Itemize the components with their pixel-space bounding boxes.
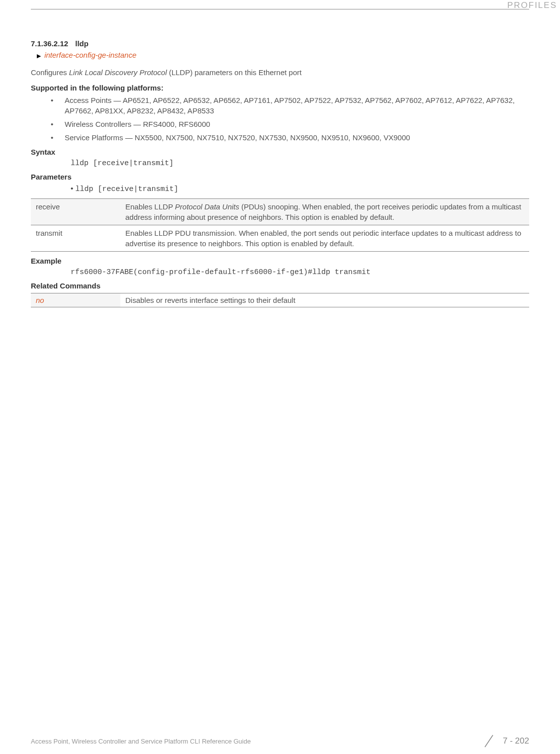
supported-heading: Supported in the following platforms: — [31, 84, 529, 92]
param-desc-suffix: Enables LLDP PDU transmission. When enab… — [125, 229, 521, 248]
supported-item: Wireless Controllers — RFS4000, RFS6000 — [51, 119, 529, 129]
param-key: transmit — [31, 225, 120, 252]
parameters-bullet: lldp [receive|transmit] — [71, 184, 529, 193]
param-desc-prefix: Enables LLDP — [125, 202, 175, 211]
syntax-code: lldp [receive|transmit] — [71, 159, 529, 168]
svg-line-0 — [485, 735, 493, 747]
supported-list: Access Points — AP6521, AP6522, AP6532, … — [31, 95, 529, 143]
example-heading: Example — [31, 257, 529, 265]
syntax-heading: Syntax — [31, 148, 529, 156]
desc-prefix: Configures — [31, 68, 69, 77]
breadcrumb-arrow-icon: ▶ — [37, 53, 41, 59]
section-number: 7.1.36.2.12 — [31, 39, 68, 48]
table-row: receive Enables LLDP Protocol Data Units… — [31, 199, 529, 225]
param-desc: Enables LLDP PDU transmission. When enab… — [120, 225, 529, 252]
page-container: PROFILES 7.1.36.2.12 lldp ▶ interface-co… — [0, 9, 560, 754]
supported-item: Access Points — AP6521, AP6522, AP6532, … — [51, 95, 529, 116]
supported-item: Service Platforms — NX5500, NX7500, NX75… — [51, 132, 529, 143]
related-desc: Disables or reverts interface settings t… — [120, 293, 529, 307]
example-code: rfs6000-37FABE(config-profile-default-rf… — [71, 268, 529, 277]
table-row: transmit Enables LLDP PDU transmission. … — [31, 225, 529, 252]
breadcrumb-link[interactable]: interface-config-ge-instance — [44, 51, 136, 59]
param-desc: Enables LLDP Protocol Data Units (PDUs) … — [120, 199, 529, 225]
desc-italic: Link Local Discovery Protocol — [69, 68, 167, 77]
page-number: 7 - 202 — [503, 736, 529, 746]
section-title: lldp — [75, 39, 89, 48]
parameters-heading: Parameters — [31, 173, 529, 181]
footer-title: Access Point, Wireless Controller and Se… — [31, 738, 251, 745]
footer-row: Access Point, Wireless Controller and Se… — [31, 734, 529, 748]
param-desc-italic: Protocol Data Units — [175, 202, 239, 211]
content-area: 7.1.36.2.12 lldp ▶ interface-config-ge-i… — [31, 39, 529, 307]
slash-icon — [482, 734, 496, 748]
table-row: no Disables or reverts interface setting… — [31, 293, 529, 307]
description-text: Configures Link Local Discovery Protocol… — [31, 68, 529, 77]
breadcrumb: ▶ interface-config-ge-instance — [37, 51, 529, 59]
desc-suffix: (LLDP) parameters on this Ethernet port — [167, 68, 301, 77]
related-heading: Related Commands — [31, 282, 529, 290]
parameters-table: receive Enables LLDP Protocol Data Units… — [31, 198, 529, 252]
section-heading: 7.1.36.2.12 lldp — [31, 39, 529, 48]
page-footer: Access Point, Wireless Controller and Se… — [0, 734, 560, 748]
related-table: no Disables or reverts interface setting… — [31, 293, 529, 307]
related-key[interactable]: no — [31, 293, 120, 307]
footer-page-block: 7 - 202 — [482, 734, 529, 748]
param-key: receive — [31, 199, 120, 225]
header-section-label: PROFILES — [31, 0, 557, 10]
